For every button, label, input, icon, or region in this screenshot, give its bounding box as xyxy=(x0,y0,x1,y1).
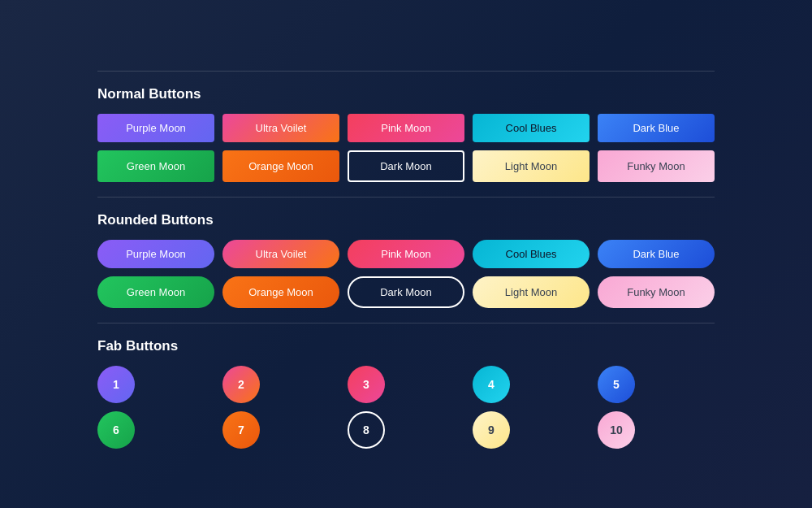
btn-cool-blues[interactable]: Cool Blues xyxy=(473,114,590,142)
rounded-buttons-title: Rounded Buttons xyxy=(97,212,715,228)
fab-cell-1: 1 xyxy=(97,366,214,403)
mid-divider2 xyxy=(97,323,715,323)
fab-cell-10: 10 xyxy=(598,411,715,449)
btn-dark-moon[interactable]: Dark Moon xyxy=(348,150,464,182)
fab-btn-5[interactable]: 5 xyxy=(598,366,635,403)
btn-light-moon[interactable]: Light Moon xyxy=(473,150,590,182)
fab-cell-3: 3 xyxy=(348,366,464,403)
rounded-btn-cool-blues[interactable]: Cool Blues xyxy=(473,240,590,268)
rounded-btn-green-moon[interactable]: Green Moon xyxy=(97,276,214,308)
normal-buttons-section: Normal Buttons Purple MoonUltra VoiletPi… xyxy=(97,86,715,182)
fab-cell-2: 2 xyxy=(222,366,339,403)
main-container: Normal Buttons Purple MoonUltra VoiletPi… xyxy=(97,40,715,468)
normal-buttons-row1: Purple MoonUltra VoiletPink MoonCool Blu… xyxy=(97,114,715,142)
fab-buttons-row1: 12345 xyxy=(97,366,715,403)
normal-buttons-row2: Green MoonOrange MoonDark MoonLight Moon… xyxy=(97,150,715,182)
rounded-btn-light-moon[interactable]: Light Moon xyxy=(473,276,590,308)
fab-buttons-row2: 678910 xyxy=(97,411,715,449)
fab-cell-6: 6 xyxy=(97,411,214,449)
fab-cell-9: 9 xyxy=(473,411,590,449)
rounded-btn-funky-moon[interactable]: Funky Moon xyxy=(598,276,715,308)
fab-btn-8[interactable]: 8 xyxy=(348,411,385,449)
btn-pink-moon[interactable]: Pink Moon xyxy=(348,114,464,142)
rounded-btn-orange-moon[interactable]: Orange Moon xyxy=(222,276,339,308)
fab-cell-7: 7 xyxy=(222,411,339,449)
fab-btn-9[interactable]: 9 xyxy=(473,411,510,449)
fab-btn-4[interactable]: 4 xyxy=(473,366,510,403)
rounded-btn-purple-moon[interactable]: Purple Moon xyxy=(97,240,214,268)
btn-ultra-voilet[interactable]: Ultra Voilet xyxy=(222,114,339,142)
fab-btn-10[interactable]: 10 xyxy=(598,411,635,449)
fab-buttons-title: Fab Buttons xyxy=(97,338,715,354)
rounded-buttons-row2: Green MoonOrange MoonDark MoonLight Moon… xyxy=(97,276,715,308)
fab-cell-5: 5 xyxy=(598,366,715,403)
rounded-btn-dark-blue[interactable]: Dark Blue xyxy=(598,240,715,268)
fab-cell-4: 4 xyxy=(473,366,590,403)
rounded-btn-pink-moon[interactable]: Pink Moon xyxy=(348,240,464,268)
btn-funky-moon[interactable]: Funky Moon xyxy=(598,150,715,182)
fab-buttons-section: Fab Buttons 12345 678910 xyxy=(97,338,715,449)
btn-purple-moon[interactable]: Purple Moon xyxy=(97,114,214,142)
top-divider xyxy=(97,71,715,72)
btn-dark-blue[interactable]: Dark Blue xyxy=(598,114,715,142)
rounded-buttons-section: Rounded Buttons Purple MoonUltra VoiletP… xyxy=(97,212,715,308)
btn-orange-moon[interactable]: Orange Moon xyxy=(222,150,339,182)
fab-btn-2[interactable]: 2 xyxy=(222,366,260,403)
rounded-btn-dark-moon[interactable]: Dark Moon xyxy=(348,276,464,308)
fab-btn-3[interactable]: 3 xyxy=(348,366,385,403)
fab-btn-1[interactable]: 1 xyxy=(97,366,135,403)
normal-buttons-title: Normal Buttons xyxy=(97,86,715,102)
fab-btn-6[interactable]: 6 xyxy=(97,411,135,449)
fab-cell-8: 8 xyxy=(348,411,464,449)
rounded-btn-ultra-voilet[interactable]: Ultra Voilet xyxy=(222,240,339,268)
btn-green-moon[interactable]: Green Moon xyxy=(97,150,214,182)
rounded-buttons-row1: Purple MoonUltra VoiletPink MoonCool Blu… xyxy=(97,240,715,268)
fab-btn-7[interactable]: 7 xyxy=(222,411,260,449)
mid-divider1 xyxy=(97,197,715,198)
